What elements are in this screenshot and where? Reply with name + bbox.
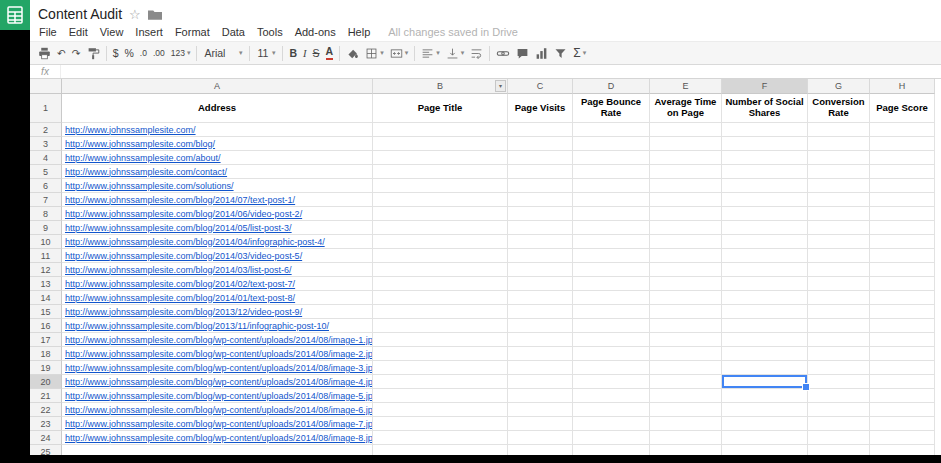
url-link[interactable]: http://www.johnssamplesite.com/blog/wp-c… bbox=[62, 419, 373, 429]
insert-chart-icon[interactable] bbox=[532, 43, 551, 63]
cell-C15[interactable] bbox=[508, 305, 573, 319]
horizontal-align-icon[interactable]: ▾ bbox=[418, 43, 443, 63]
cell-G22[interactable] bbox=[808, 403, 870, 417]
cell-C6[interactable] bbox=[508, 179, 573, 193]
url-link[interactable]: http://www.johnssamplesite.com/blog/wp-c… bbox=[62, 363, 373, 373]
format-currency-button[interactable]: $ bbox=[110, 43, 122, 63]
cell-E4[interactable] bbox=[650, 151, 722, 165]
cell-D14[interactable] bbox=[573, 291, 650, 305]
italic-button[interactable]: I bbox=[300, 43, 310, 63]
cell-A11[interactable]: http://www.johnssamplesite.com/blog/2014… bbox=[62, 249, 373, 263]
row-header-14[interactable]: 14 bbox=[30, 291, 62, 305]
cell-H14[interactable] bbox=[870, 291, 935, 305]
cell-B5[interactable] bbox=[373, 165, 508, 179]
cell-F21[interactable] bbox=[722, 389, 808, 403]
cell-B18[interactable] bbox=[373, 347, 508, 361]
cell-H18[interactable] bbox=[870, 347, 935, 361]
undo-icon[interactable]: ↶ bbox=[54, 43, 69, 63]
cell-C18[interactable] bbox=[508, 347, 573, 361]
column-header-B[interactable]: B▾ bbox=[373, 79, 508, 94]
cell-E19[interactable] bbox=[650, 361, 722, 375]
row-header-15[interactable]: 15 bbox=[30, 305, 62, 319]
cell-C2[interactable] bbox=[508, 123, 573, 137]
cell-A20[interactable]: http://www.johnssamplesite.com/blog/wp-c… bbox=[62, 375, 373, 389]
cell-E3[interactable] bbox=[650, 137, 722, 151]
cell-B12[interactable] bbox=[373, 263, 508, 277]
cell-D24[interactable] bbox=[573, 431, 650, 445]
url-link[interactable]: http://www.johnssamplesite.com/blog/2014… bbox=[62, 279, 295, 289]
menu-help[interactable]: Help bbox=[342, 26, 377, 38]
cell-G9[interactable] bbox=[808, 221, 870, 235]
formula-input[interactable] bbox=[60, 65, 941, 78]
url-link[interactable]: http://www.johnssamplesite.com/blog/ bbox=[62, 139, 215, 149]
cell-D20[interactable] bbox=[573, 375, 650, 389]
insert-link-icon[interactable] bbox=[493, 43, 513, 63]
cell-E24[interactable] bbox=[650, 431, 722, 445]
cell-A13[interactable]: http://www.johnssamplesite.com/blog/2014… bbox=[62, 277, 373, 291]
cell-F19[interactable] bbox=[722, 361, 808, 375]
cell-C24[interactable] bbox=[508, 431, 573, 445]
cell-E14[interactable] bbox=[650, 291, 722, 305]
column-dropdown-icon[interactable]: ▾ bbox=[495, 80, 506, 92]
row-header-12[interactable]: 12 bbox=[30, 263, 62, 277]
cell-G14[interactable] bbox=[808, 291, 870, 305]
row-header-5[interactable]: 5 bbox=[30, 165, 62, 179]
cell-G21[interactable] bbox=[808, 389, 870, 403]
cell-B17[interactable] bbox=[373, 333, 508, 347]
cell-F10[interactable] bbox=[722, 235, 808, 249]
menu-addons[interactable]: Add-ons bbox=[289, 26, 342, 38]
cell-H5[interactable] bbox=[870, 165, 935, 179]
cell-E15[interactable] bbox=[650, 305, 722, 319]
cell-G24[interactable] bbox=[808, 431, 870, 445]
cell-B22[interactable] bbox=[373, 403, 508, 417]
url-link[interactable]: http://www.johnssamplesite.com/blog/2014… bbox=[62, 293, 295, 303]
cell-D6[interactable] bbox=[573, 179, 650, 193]
row-header-16[interactable]: 16 bbox=[30, 319, 62, 333]
cell-G6[interactable] bbox=[808, 179, 870, 193]
row-header-22[interactable]: 22 bbox=[30, 403, 62, 417]
row-header-9[interactable]: 9 bbox=[30, 221, 62, 235]
cell-D10[interactable] bbox=[573, 235, 650, 249]
cell-A12[interactable]: http://www.johnssamplesite.com/blog/2014… bbox=[62, 263, 373, 277]
cell-A1[interactable]: Address bbox=[62, 94, 373, 123]
cell-E22[interactable] bbox=[650, 403, 722, 417]
cell-D12[interactable] bbox=[573, 263, 650, 277]
folder-icon[interactable] bbox=[148, 9, 162, 20]
cell-C8[interactable] bbox=[508, 207, 573, 221]
cell-G3[interactable] bbox=[808, 137, 870, 151]
cell-H17[interactable] bbox=[870, 333, 935, 347]
cell-H19[interactable] bbox=[870, 361, 935, 375]
row-header-24[interactable]: 24 bbox=[30, 431, 62, 445]
cell-E1[interactable]: Average Time on Page bbox=[650, 94, 722, 123]
url-link[interactable]: http://www.johnssamplesite.com/blog/2014… bbox=[62, 237, 325, 247]
cell-C4[interactable] bbox=[508, 151, 573, 165]
cell-C19[interactable] bbox=[508, 361, 573, 375]
cell-F13[interactable] bbox=[722, 277, 808, 291]
merge-cells-icon[interactable]: ▾ bbox=[387, 43, 412, 63]
cell-H20[interactable] bbox=[870, 375, 935, 389]
cell-A9[interactable]: http://www.johnssamplesite.com/blog/2014… bbox=[62, 221, 373, 235]
cell-G7[interactable] bbox=[808, 193, 870, 207]
cell-G4[interactable] bbox=[808, 151, 870, 165]
cell-F16[interactable] bbox=[722, 319, 808, 333]
cell-F7[interactable] bbox=[722, 193, 808, 207]
cell-F24[interactable] bbox=[722, 431, 808, 445]
cell-B3[interactable] bbox=[373, 137, 508, 151]
menu-format[interactable]: Format bbox=[169, 26, 216, 38]
cell-B14[interactable] bbox=[373, 291, 508, 305]
cell-E17[interactable] bbox=[650, 333, 722, 347]
row-header-4[interactable]: 4 bbox=[30, 151, 62, 165]
cell-E6[interactable] bbox=[650, 179, 722, 193]
cell-B4[interactable] bbox=[373, 151, 508, 165]
menu-data[interactable]: Data bbox=[216, 26, 251, 38]
cell-G18[interactable] bbox=[808, 347, 870, 361]
filter-icon[interactable] bbox=[551, 43, 570, 63]
cell-E11[interactable] bbox=[650, 249, 722, 263]
url-link[interactable]: http://www.johnssamplesite.com/about/ bbox=[62, 153, 221, 163]
cell-A10[interactable]: http://www.johnssamplesite.com/blog/2014… bbox=[62, 235, 373, 249]
cell-B7[interactable] bbox=[373, 193, 508, 207]
row-header-19[interactable]: 19 bbox=[30, 361, 62, 375]
cell-B21[interactable] bbox=[373, 389, 508, 403]
select-all-corner[interactable] bbox=[30, 79, 62, 94]
menu-tools[interactable]: Tools bbox=[251, 26, 289, 38]
